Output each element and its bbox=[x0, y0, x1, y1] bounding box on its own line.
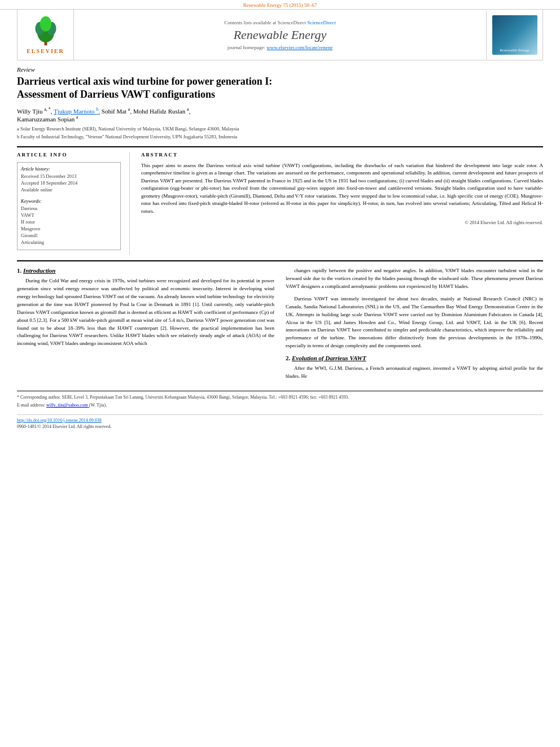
accepted-date: Accepted 18 September 2014 bbox=[21, 180, 117, 186]
introduction-heading: 1. Introduction bbox=[17, 267, 274, 274]
keyword-darrieus: Darrieus bbox=[21, 206, 117, 211]
abstract: ABSTRACT This paper aims to assess the D… bbox=[141, 152, 543, 255]
svg-point-4 bbox=[40, 16, 51, 32]
email-line: E-mail address: willy_tjiu@yahoo.com (W.… bbox=[17, 402, 543, 408]
authors: Willy Tjiu a, *, Tjukup Marnoto b, Sohif… bbox=[17, 107, 543, 123]
keywords-label: Keywords: bbox=[21, 198, 117, 204]
keyword-vawt: VAWT bbox=[21, 212, 117, 218]
introduction-text: During the Cold War and energy crisis in… bbox=[17, 277, 274, 348]
email-label: E-mail address: bbox=[17, 403, 45, 408]
homepage-link[interactable]: www.elsevier.com/locate/renene bbox=[266, 45, 333, 50]
homepage-line: journal homepage: www.elsevier.com/locat… bbox=[78, 45, 482, 50]
corresponding-author: * Corresponding author. SERI, Level 3, P… bbox=[17, 394, 543, 400]
intro-continuation: changes rapidly between the positive and… bbox=[286, 267, 543, 350]
intro-para3: Darrieus VAWT was intensely investigated… bbox=[286, 295, 543, 351]
intro-para1: During the Cold War and energy crisis in… bbox=[17, 277, 274, 348]
received-date: Received 15 December 2013 bbox=[21, 173, 117, 179]
sciencedirect-line: Contents lists available at ScienceDirec… bbox=[78, 20, 482, 25]
article-meta-section: ARTICLE INFO Article history: Received 1… bbox=[17, 146, 543, 255]
elsevier-wordmark: ELSEVIER bbox=[27, 48, 64, 54]
footnotes: * Corresponding author. SERI, Level 3, P… bbox=[17, 391, 543, 408]
section2-para1: After the WWI, G.J.M. Darrieus, a French… bbox=[286, 365, 543, 381]
author-sohif: Sohif Mat a, bbox=[102, 108, 132, 115]
body-two-col: 1. Introduction During the Cold War and … bbox=[17, 267, 543, 385]
article-type: Review bbox=[17, 66, 543, 73]
article-info-heading: ARTICLE INFO bbox=[17, 152, 121, 158]
author-tjukup[interactable]: Tjukup Marnoto b bbox=[54, 108, 98, 115]
doi-link[interactable]: http://dx.doi.org/10.1016/j.renene.2014.… bbox=[17, 418, 543, 423]
keyword-giromill: Giromill bbox=[21, 233, 117, 238]
journal-center: Contents lists available at ScienceDirec… bbox=[74, 15, 486, 55]
affiliations: a Solar Energy Research Institute (SERI)… bbox=[17, 126, 543, 141]
copyright: © 2014 Elsevier Ltd. All rights reserved… bbox=[141, 220, 543, 225]
issn-line: 0960-1481/© 2014 Elsevier Ltd. All right… bbox=[17, 424, 111, 429]
section2-text: After the WWI, G.J.M. Darrieus, a French… bbox=[286, 365, 543, 381]
keyword-hrotor: H rotor bbox=[21, 219, 117, 225]
elsevier-logo: ELSEVIER bbox=[18, 10, 74, 60]
available-date: Available online bbox=[21, 187, 117, 193]
body-right-col: changes rapidly between the positive and… bbox=[286, 267, 543, 385]
email-name: (W. Tjiu). bbox=[89, 403, 107, 408]
keywords: Keywords: Darrieus VAWT H rotor Musgrove… bbox=[21, 198, 117, 245]
section2-heading: 2. Evolution of Darrieus VAWT bbox=[286, 355, 543, 361]
paper-title: Darrieus vertical axis wind turbine for … bbox=[17, 75, 543, 102]
keyword-musgrove: Musgrove bbox=[21, 226, 117, 231]
journal-title: Renewable Energy bbox=[78, 28, 482, 42]
article-history: Article history: Received 15 December 20… bbox=[21, 166, 117, 193]
affiliation-b: b Faculty of Industrial Technology, "Vet… bbox=[17, 134, 543, 141]
body-content: 1. Introduction During the Cold War and … bbox=[17, 260, 543, 385]
article-history-box: Article history: Received 15 December 20… bbox=[17, 162, 121, 250]
article-info: ARTICLE INFO Article history: Received 1… bbox=[17, 152, 130, 255]
body-left-col: 1. Introduction During the Cold War and … bbox=[17, 267, 274, 385]
journal-citation: Renewable Energy 75 (2015) 50–67 bbox=[0, 0, 560, 10]
author-willy: Willy Tjiu a, *, bbox=[17, 108, 53, 115]
abstract-text: This paper aims to assess the Darrieus v… bbox=[141, 162, 543, 216]
sciencedirect-link[interactable]: ScienceDirect bbox=[307, 20, 335, 25]
elsevier-tree-icon bbox=[29, 15, 63, 46]
author-kamar: Kamaruzzaman Sopian a bbox=[17, 116, 78, 123]
journal-cover bbox=[486, 11, 542, 59]
intro-para2: changes rapidly between the positive and… bbox=[286, 267, 543, 291]
history-label: Article history: bbox=[21, 166, 117, 172]
abstract-heading: ABSTRACT bbox=[141, 152, 543, 158]
main-content: Check for updates Review Darrieus vertic… bbox=[17, 60, 543, 429]
footer: http://dx.doi.org/10.1016/j.renene.2014.… bbox=[17, 414, 543, 429]
keyword-articulating: Articulating bbox=[21, 239, 117, 245]
email-link[interactable]: willy_tjiu@yahoo.com bbox=[46, 403, 89, 408]
author-mohd: Mohd Hafidz Ruslan a, bbox=[133, 108, 190, 115]
journal-header: ELSEVIER Contents lists available at Sci… bbox=[17, 10, 543, 60]
affiliation-a: a Solar Energy Research Institute (SERI)… bbox=[17, 126, 543, 133]
journal-cover-image bbox=[492, 15, 537, 55]
